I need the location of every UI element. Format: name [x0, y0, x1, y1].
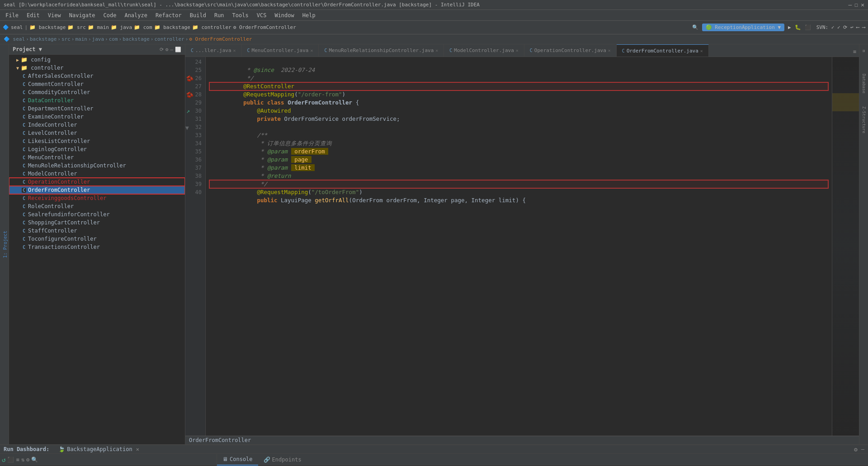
- tab-menu[interactable]: C MenuController.java ✕: [242, 44, 319, 57]
- tab-close-6[interactable]: ✕: [700, 48, 703, 53]
- structure-tab[interactable]: m: [861, 48, 867, 54]
- run-app-tab[interactable]: 🍃 BackstageApplication ✕: [55, 445, 143, 453]
- tab-close-1[interactable]: ✕: [233, 48, 236, 53]
- java-icon-c18: C: [22, 212, 26, 217]
- menu-code[interactable]: Code: [100, 11, 120, 19]
- minimize-panel-icon[interactable]: —: [861, 446, 864, 452]
- toolbar-run-btn[interactable]: ▶: [788, 24, 791, 30]
- tree-examine[interactable]: C ExamineController: [9, 113, 185, 121]
- menu-analyze[interactable]: Analyze: [121, 11, 151, 19]
- breadcrumb-seal[interactable]: 🔷 seal: [4, 36, 25, 42]
- menu-refactor[interactable]: Refactor: [152, 11, 185, 19]
- run-stop-icon[interactable]: ⬛: [7, 456, 14, 463]
- java-icon-c: C: [22, 74, 26, 79]
- toolbar-com: 📁 com: [134, 24, 152, 30]
- menu-build[interactable]: Build: [186, 11, 210, 19]
- console-icon: 🖥: [222, 456, 228, 462]
- z-structure-tab[interactable]: Z-Structure: [861, 105, 867, 135]
- tab-close-5[interactable]: ✕: [608, 48, 611, 53]
- tree-transactions[interactable]: C TransactionsController: [9, 243, 185, 251]
- tree-aftersales[interactable]: C AfterSalesController: [9, 72, 185, 80]
- code-content[interactable]: * @since 2022-07-24 */ @RestController @…: [206, 57, 832, 436]
- project-gear-icon[interactable]: ⚙: [165, 47, 169, 52]
- tree-sealrefund[interactable]: C SealrefundinforController: [9, 210, 185, 219]
- project-collapse-icon[interactable]: —: [170, 47, 173, 52]
- breadcrumb-backstage2[interactable]: backstage: [123, 36, 150, 42]
- project-expand-icon[interactable]: ⬜: [175, 47, 181, 52]
- toolbar-stop-btn[interactable]: ⬛: [805, 24, 811, 30]
- menu-view[interactable]: View: [44, 11, 65, 19]
- run-sort-icon[interactable]: ⇅: [21, 456, 24, 463]
- tree-shoppingcart[interactable]: C ShoppingCartController: [9, 219, 185, 227]
- line-25: 25: [185, 66, 205, 74]
- line-35: 35: [185, 147, 205, 156]
- tab-operation[interactable]: C OperationController.java ✕: [524, 44, 617, 57]
- tree-data[interactable]: C DataController: [9, 96, 185, 105]
- breadcrumb-com[interactable]: com: [109, 36, 118, 42]
- settings-icon[interactable]: ⚙: [854, 446, 858, 453]
- menu-file[interactable]: File: [2, 11, 22, 19]
- bean-icon-26: 🫘: [186, 75, 193, 83]
- toolbar-main: 📁 main: [88, 24, 109, 30]
- project-tab[interactable]: 1: Project: [2, 228, 9, 261]
- tree-commodity[interactable]: C CommodityController: [9, 88, 185, 96]
- tree-menurole[interactable]: C MenuRoleRelationshipController: [9, 162, 185, 170]
- toolbar-debug-btn[interactable]: 🐛: [795, 24, 801, 30]
- close-button[interactable]: ✕: [861, 1, 864, 8]
- tree-operation[interactable]: C OperationController: [9, 178, 185, 186]
- tree-orderfrom[interactable]: C OrderFromController: [9, 186, 185, 194]
- menu-vcs[interactable]: VCS: [253, 11, 270, 19]
- tree-loginlog[interactable]: C LoginlogController: [9, 145, 185, 153]
- toolbar-orderfrom: ⚙ OrderFromController: [233, 24, 296, 30]
- breadcrumb-class[interactable]: ⚙ OrderFromController: [189, 36, 252, 42]
- tree-model[interactable]: C ModelController: [9, 170, 185, 178]
- console-tab-endpoints[interactable]: 🔗 Endpoints: [258, 454, 307, 466]
- tree-likeslist[interactable]: C LikesListController: [9, 137, 185, 145]
- folder-icon-controller: ▼: [16, 66, 19, 71]
- tab-close-2[interactable]: ✕: [310, 48, 313, 53]
- tree-staff[interactable]: C StaffController: [9, 227, 185, 235]
- toolbar-app-config[interactable]: 🟢 ReceptionApplication ▼: [702, 24, 784, 31]
- project-sync-icon[interactable]: ⟳: [160, 47, 164, 52]
- run-restart-icon[interactable]: ↺: [2, 456, 5, 463]
- tree-comment[interactable]: C CommentController: [9, 80, 185, 88]
- tree-controller-folder[interactable]: ▼ 📁 controller: [9, 64, 185, 72]
- breadcrumb-main[interactable]: main: [75, 36, 87, 42]
- tab-model[interactable]: C ModelController.java ✕: [444, 44, 524, 57]
- breadcrumb-backstage[interactable]: backstage: [30, 36, 57, 42]
- tab-close-3[interactable]: ✕: [435, 48, 438, 53]
- tree-menu[interactable]: C MenuController: [9, 153, 185, 162]
- run-filter-icon[interactable]: ≡: [16, 456, 19, 463]
- tab-ller[interactable]: C ...ller.java ✕: [185, 44, 242, 57]
- tree-level[interactable]: C LevelController: [9, 129, 185, 137]
- toolbar-search-icon[interactable]: 🔍: [692, 24, 698, 30]
- tree-receivinggoods[interactable]: C ReceivinggoodsController: [9, 194, 185, 202]
- breadcrumb-java[interactable]: java: [92, 36, 104, 42]
- menu-edit[interactable]: Edit: [23, 11, 43, 19]
- tab-menurole[interactable]: C MenuRoleRelationshipController.java ✕: [319, 44, 444, 57]
- database-tab[interactable]: Database: [861, 72, 867, 95]
- minimize-button[interactable]: —: [849, 1, 852, 8]
- maximize-button[interactable]: ☐: [854, 1, 858, 8]
- breadcrumb-controller[interactable]: controller: [154, 36, 184, 42]
- run-search-icon[interactable]: 🔍: [31, 456, 38, 463]
- menu-navigate[interactable]: Navigate: [66, 11, 99, 19]
- breadcrumb-src[interactable]: src: [61, 36, 71, 42]
- menu-run[interactable]: Run: [211, 11, 228, 19]
- run-config-icon[interactable]: ⚙: [26, 456, 29, 463]
- window-controls[interactable]: — ☐ ✕: [849, 1, 864, 8]
- minimap[interactable]: [832, 57, 859, 436]
- menu-tools[interactable]: Tools: [229, 11, 252, 19]
- tab-orderfrom[interactable]: C OrderFromController.java ✕: [617, 44, 709, 57]
- tab-overflow-btn[interactable]: ≡: [850, 47, 859, 57]
- tree-config-folder[interactable]: ▶ 📁 config: [9, 56, 185, 64]
- tree-index[interactable]: C IndexController: [9, 121, 185, 129]
- menu-help[interactable]: Help: [299, 11, 319, 19]
- tree-role[interactable]: C RoleController: [9, 202, 185, 210]
- console-tab-console[interactable]: 🖥 Console: [217, 454, 258, 466]
- tree-department[interactable]: C DepartmentController: [9, 105, 185, 113]
- menu-window[interactable]: Window: [271, 11, 297, 19]
- tree-toconfigure[interactable]: C ToconfigureController: [9, 235, 185, 243]
- tab-close-4[interactable]: ✕: [516, 48, 519, 53]
- run-app-close[interactable]: ✕: [136, 446, 139, 452]
